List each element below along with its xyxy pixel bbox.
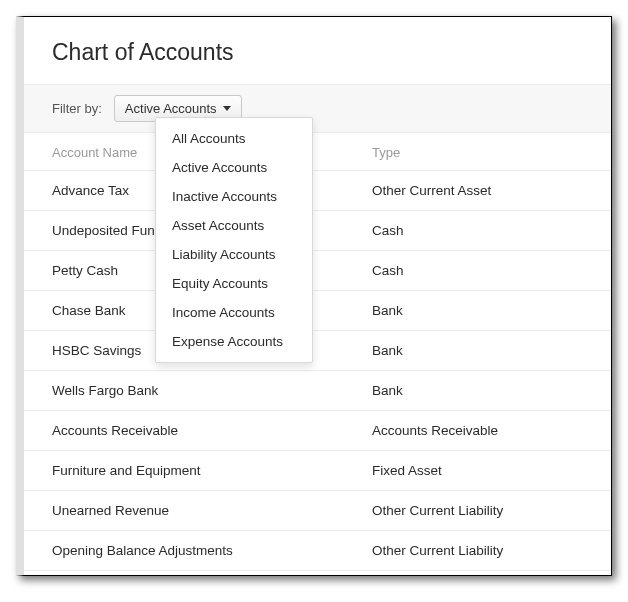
account-type-cell: Other Current Asset (372, 183, 583, 198)
filter-option[interactable]: Expense Accounts (156, 327, 312, 356)
page-title: Chart of Accounts (24, 17, 611, 84)
accounts-table: Account Name Type Advance TaxOther Curre… (24, 133, 611, 571)
filter-label: Filter by: (52, 101, 102, 116)
table-body: Advance TaxOther Current AssetUndeposite… (24, 171, 611, 571)
table-row[interactable]: Advance TaxOther Current Asset (24, 171, 611, 211)
account-name-cell: Furniture and Equipment (52, 463, 372, 478)
table-row[interactable]: Chase BankBank (24, 291, 611, 331)
chevron-down-icon (223, 106, 231, 111)
column-header-type[interactable]: Type (372, 145, 583, 160)
filter-option[interactable]: Equity Accounts (156, 269, 312, 298)
filter-option[interactable]: Inactive Accounts (156, 182, 312, 211)
account-name-cell: Unearned Revenue (52, 503, 372, 518)
account-name-cell: Accounts Receivable (52, 423, 372, 438)
account-name-cell: Opening Balance Adjustments (52, 543, 372, 558)
account-type-cell: Cash (372, 223, 583, 238)
table-header-row: Account Name Type (24, 133, 611, 171)
filter-option[interactable]: Asset Accounts (156, 211, 312, 240)
account-type-cell: Other Current Liability (372, 503, 583, 518)
table-row[interactable]: Petty CashCash (24, 251, 611, 291)
filter-option[interactable]: Income Accounts (156, 298, 312, 327)
table-row[interactable]: Unearned RevenueOther Current Liability (24, 491, 611, 531)
filter-bar: Filter by: Active Accounts (24, 84, 611, 133)
filter-dropdown-menu[interactable]: All AccountsActive AccountsInactive Acco… (155, 117, 313, 363)
table-row[interactable]: Accounts ReceivableAccounts Receivable (24, 411, 611, 451)
table-row[interactable]: Opening Balance AdjustmentsOther Current… (24, 531, 611, 571)
table-row[interactable]: Wells Fargo BankBank (24, 371, 611, 411)
table-row[interactable]: Undeposited FundsCash (24, 211, 611, 251)
account-type-cell: Fixed Asset (372, 463, 583, 478)
account-type-cell: Other Current Liability (372, 543, 583, 558)
account-type-cell: Bank (372, 303, 583, 318)
filter-selected-value: Active Accounts (125, 101, 217, 116)
account-type-cell: Cash (372, 263, 583, 278)
filter-option[interactable]: Liability Accounts (156, 240, 312, 269)
content-area: Chart of Accounts Filter by: Active Acco… (24, 17, 611, 575)
table-row[interactable]: Furniture and EquipmentFixed Asset (24, 451, 611, 491)
account-type-cell: Bank (372, 383, 583, 398)
filter-option[interactable]: Active Accounts (156, 153, 312, 182)
table-row[interactable]: HSBC SavingsBank (24, 331, 611, 371)
account-name-cell: Wells Fargo Bank (52, 383, 372, 398)
filter-option[interactable]: All Accounts (156, 124, 312, 153)
account-type-cell: Bank (372, 343, 583, 358)
account-type-cell: Accounts Receivable (372, 423, 583, 438)
app-frame: Chart of Accounts Filter by: Active Acco… (16, 16, 612, 576)
